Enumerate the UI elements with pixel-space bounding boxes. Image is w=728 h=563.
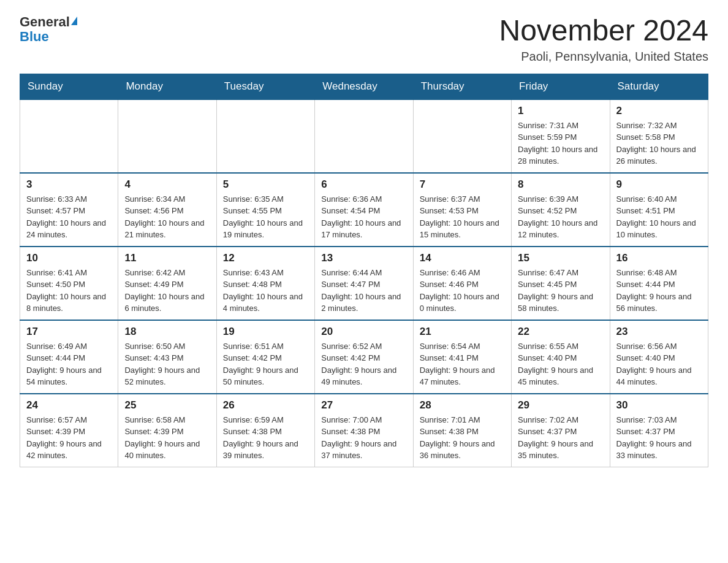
calendar-cell <box>118 99 216 173</box>
day-info: Sunrise: 6:57 AMSunset: 4:39 PMDaylight:… <box>26 414 112 462</box>
calendar-cell: 29Sunrise: 7:02 AMSunset: 4:37 PMDayligh… <box>512 394 610 467</box>
calendar-cell: 11Sunrise: 6:42 AMSunset: 4:49 PMDayligh… <box>118 247 216 320</box>
logo-blue: Blue <box>20 29 49 44</box>
day-number: 24 <box>26 399 112 412</box>
day-number: 1 <box>518 105 603 117</box>
calendar-cell: 13Sunrise: 6:44 AMSunset: 4:47 PMDayligh… <box>315 247 413 320</box>
calendar-cell: 4Sunrise: 6:34 AMSunset: 4:56 PMDaylight… <box>118 173 216 247</box>
day-number: 9 <box>616 178 702 191</box>
weekday-header-monday: Monday <box>118 74 216 99</box>
header: General Blue November 2024 Paoli, Pennsy… <box>20 15 708 64</box>
day-info: Sunrise: 6:56 AMSunset: 4:40 PMDaylight:… <box>616 340 702 388</box>
day-number: 20 <box>321 326 406 338</box>
day-number: 7 <box>420 178 505 191</box>
day-info: Sunrise: 6:42 AMSunset: 4:49 PMDaylight:… <box>124 267 210 315</box>
day-number: 4 <box>124 178 210 191</box>
day-number: 5 <box>223 178 308 191</box>
calendar-cell: 23Sunrise: 6:56 AMSunset: 4:40 PMDayligh… <box>610 320 708 394</box>
weekday-header-saturday: Saturday <box>610 74 708 99</box>
calendar-cell: 3Sunrise: 6:33 AMSunset: 4:57 PMDaylight… <box>20 173 118 247</box>
calendar-cell: 25Sunrise: 6:58 AMSunset: 4:39 PMDayligh… <box>118 394 216 467</box>
calendar-cell: 6Sunrise: 6:36 AMSunset: 4:54 PMDaylight… <box>315 173 413 247</box>
calendar-week-1: 1Sunrise: 7:31 AMSunset: 5:59 PMDaylight… <box>20 99 708 173</box>
calendar-cell <box>413 99 511 173</box>
day-number: 21 <box>420 326 505 338</box>
calendar-cell: 15Sunrise: 6:47 AMSunset: 4:45 PMDayligh… <box>512 247 610 320</box>
calendar-cell: 2Sunrise: 7:32 AMSunset: 5:58 PMDaylight… <box>610 99 708 173</box>
calendar-cell: 10Sunrise: 6:41 AMSunset: 4:50 PMDayligh… <box>20 247 118 320</box>
calendar-cell: 26Sunrise: 6:59 AMSunset: 4:38 PMDayligh… <box>216 394 314 467</box>
day-info: Sunrise: 6:43 AMSunset: 4:48 PMDaylight:… <box>223 267 308 315</box>
day-info: Sunrise: 6:59 AMSunset: 4:38 PMDaylight:… <box>223 414 308 462</box>
day-info: Sunrise: 6:37 AMSunset: 4:53 PMDaylight:… <box>420 193 505 241</box>
day-number: 14 <box>420 252 505 264</box>
page-title: November 2024 <box>499 15 708 47</box>
calendar-week-3: 10Sunrise: 6:41 AMSunset: 4:50 PMDayligh… <box>20 247 708 320</box>
day-number: 28 <box>420 399 505 412</box>
day-number: 6 <box>321 178 406 191</box>
weekday-header-sunday: Sunday <box>20 74 118 99</box>
day-info: Sunrise: 7:32 AMSunset: 5:58 PMDaylight:… <box>616 120 702 167</box>
day-number: 10 <box>26 252 112 264</box>
day-number: 29 <box>518 399 603 412</box>
day-info: Sunrise: 6:54 AMSunset: 4:41 PMDaylight:… <box>420 340 505 388</box>
calendar-cell: 27Sunrise: 7:00 AMSunset: 4:38 PMDayligh… <box>315 394 413 467</box>
calendar-week-4: 17Sunrise: 6:49 AMSunset: 4:44 PMDayligh… <box>20 320 708 394</box>
day-info: Sunrise: 7:00 AMSunset: 4:38 PMDaylight:… <box>321 414 406 462</box>
calendar-cell <box>216 99 314 173</box>
day-info: Sunrise: 6:55 AMSunset: 4:40 PMDaylight:… <box>518 340 603 388</box>
day-number: 25 <box>124 399 210 412</box>
day-info: Sunrise: 6:51 AMSunset: 4:42 PMDaylight:… <box>223 340 308 388</box>
calendar-cell: 30Sunrise: 7:03 AMSunset: 4:37 PMDayligh… <box>610 394 708 467</box>
day-number: 11 <box>124 252 210 264</box>
logo-arrow-icon <box>71 17 77 25</box>
day-number: 16 <box>616 252 702 264</box>
calendar-cell: 28Sunrise: 7:01 AMSunset: 4:38 PMDayligh… <box>413 394 511 467</box>
weekday-header-tuesday: Tuesday <box>216 74 314 99</box>
calendar-cell: 1Sunrise: 7:31 AMSunset: 5:59 PMDaylight… <box>512 99 610 173</box>
calendar-cell: 8Sunrise: 6:39 AMSunset: 4:52 PMDaylight… <box>512 173 610 247</box>
day-number: 23 <box>616 326 702 338</box>
calendar-cell: 19Sunrise: 6:51 AMSunset: 4:42 PMDayligh… <box>216 320 314 394</box>
calendar-week-5: 24Sunrise: 6:57 AMSunset: 4:39 PMDayligh… <box>20 394 708 467</box>
day-number: 2 <box>616 105 702 117</box>
calendar-cell: 17Sunrise: 6:49 AMSunset: 4:44 PMDayligh… <box>20 320 118 394</box>
day-info: Sunrise: 7:03 AMSunset: 4:37 PMDaylight:… <box>616 414 702 462</box>
day-number: 15 <box>518 252 603 264</box>
day-number: 19 <box>223 326 308 338</box>
day-number: 3 <box>26 178 112 191</box>
day-info: Sunrise: 6:44 AMSunset: 4:47 PMDaylight:… <box>321 267 406 315</box>
calendar-table: SundayMondayTuesdayWednesdayThursdayFrid… <box>20 74 708 467</box>
calendar-cell: 7Sunrise: 6:37 AMSunset: 4:53 PMDaylight… <box>413 173 511 247</box>
calendar-cell: 22Sunrise: 6:55 AMSunset: 4:40 PMDayligh… <box>512 320 610 394</box>
day-number: 8 <box>518 178 603 191</box>
day-number: 13 <box>321 252 406 264</box>
page-subtitle: Paoli, Pennsylvania, United States <box>499 50 708 64</box>
day-number: 18 <box>124 326 210 338</box>
calendar-cell <box>315 99 413 173</box>
weekday-header-wednesday: Wednesday <box>315 74 413 99</box>
logo-general: General <box>20 15 70 29</box>
logo: General Blue <box>20 15 77 44</box>
calendar-cell: 14Sunrise: 6:46 AMSunset: 4:46 PMDayligh… <box>413 247 511 320</box>
calendar-cell: 12Sunrise: 6:43 AMSunset: 4:48 PMDayligh… <box>216 247 314 320</box>
day-info: Sunrise: 6:52 AMSunset: 4:42 PMDaylight:… <box>321 340 406 388</box>
calendar-cell <box>20 99 118 173</box>
day-info: Sunrise: 7:01 AMSunset: 4:38 PMDaylight:… <box>420 414 505 462</box>
calendar-cell: 16Sunrise: 6:48 AMSunset: 4:44 PMDayligh… <box>610 247 708 320</box>
day-info: Sunrise: 6:49 AMSunset: 4:44 PMDaylight:… <box>26 340 112 388</box>
day-info: Sunrise: 7:31 AMSunset: 5:59 PMDaylight:… <box>518 120 603 167</box>
calendar-cell: 18Sunrise: 6:50 AMSunset: 4:43 PMDayligh… <box>118 320 216 394</box>
day-info: Sunrise: 6:40 AMSunset: 4:51 PMDaylight:… <box>616 193 702 241</box>
calendar-cell: 20Sunrise: 6:52 AMSunset: 4:42 PMDayligh… <box>315 320 413 394</box>
day-info: Sunrise: 6:47 AMSunset: 4:45 PMDaylight:… <box>518 267 603 315</box>
day-number: 22 <box>518 326 603 338</box>
day-info: Sunrise: 6:41 AMSunset: 4:50 PMDaylight:… <box>26 267 112 315</box>
day-number: 17 <box>26 326 112 338</box>
day-info: Sunrise: 6:35 AMSunset: 4:55 PMDaylight:… <box>223 193 308 241</box>
calendar-cell: 5Sunrise: 6:35 AMSunset: 4:55 PMDaylight… <box>216 173 314 247</box>
day-info: Sunrise: 6:46 AMSunset: 4:46 PMDaylight:… <box>420 267 505 315</box>
day-info: Sunrise: 6:50 AMSunset: 4:43 PMDaylight:… <box>124 340 210 388</box>
day-info: Sunrise: 6:39 AMSunset: 4:52 PMDaylight:… <box>518 193 603 241</box>
calendar-cell: 21Sunrise: 6:54 AMSunset: 4:41 PMDayligh… <box>413 320 511 394</box>
